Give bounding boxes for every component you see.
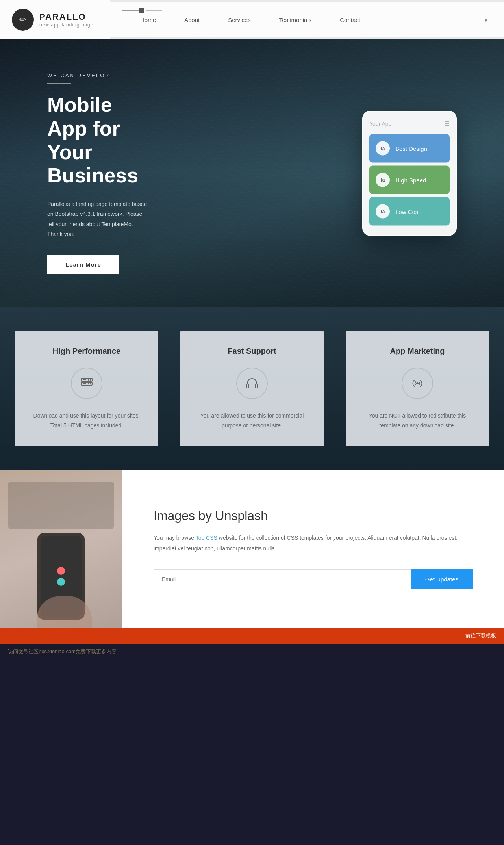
hero-section: WE CAN DEVELOP Mobile App for Your Busin… [0,39,504,307]
phone-menu-icon: ☰ [444,120,450,127]
svg-point-2 [90,379,91,381]
svg-point-10 [416,382,419,384]
phone-fa-icon-3: fa [376,204,390,219]
about-section: Images by Unsplash You may browse Too CS… [0,470,504,628]
about-link[interactable]: Too CSS [196,535,217,541]
phone-mockup: Your App ☰ fa Best Design fa High Speed … [362,111,457,236]
hero-content: WE CAN DEVELOP Mobile App for Your Busin… [0,41,181,306]
nav-home[interactable]: Home [126,17,170,23]
svg-point-4 [90,383,91,384]
logo-icon: ✏ [12,9,34,31]
watermark: 访问微号社区bbs.xienlao.com免费下载更多内容 [0,644,504,659]
nav-about[interactable]: About [170,17,214,23]
feature-desc-1: Download and use this layout for your si… [27,411,146,431]
nav-testimonials[interactable]: Testimonials [265,17,326,23]
logo-title: PARALLO [39,12,93,22]
feature-title-3: App Marketing [358,347,477,356]
logo-subtitle: new app landing page [39,22,93,28]
feature-app-marketing: App Marketing You are NOT allowed to red… [346,331,489,446]
server-icon [71,368,102,399]
hero-label: WE CAN DEVELOP [47,72,150,78]
phone-item-best-design: fa Best Design [369,134,450,163]
bottom-bar-label: 前往下载模板 [465,633,496,639]
header: ✏ PARALLO new app landing page Home Abou… [0,0,504,39]
main-nav: Home About Services Testimonials Contact… [110,2,504,37]
email-input[interactable] [154,569,411,589]
phone-item-low-cost: fa Low Cost [369,197,450,226]
bottom-bar[interactable]: 前往下载模板 [0,628,504,644]
phone-fa-icon-1: fa [376,141,390,156]
nav-contact[interactable]: Contact [326,17,374,23]
feature-title-2: Fast Support [192,347,312,356]
hero-title: Mobile App for Your Business [47,93,150,188]
about-title: Images by Unsplash [154,509,472,523]
svg-rect-9 [255,384,258,388]
svg-point-3 [88,379,89,381]
svg-point-5 [88,383,89,384]
satellite-icon [402,368,433,399]
feature-high-performance: High Performance Download and use this l… [15,331,158,446]
learn-more-button[interactable]: Learn More [47,255,119,274]
features-section: High Performance Download and use this l… [0,307,504,470]
email-subscribe-form: Get Updates [154,569,472,589]
phone-item-high-speed: fa High Speed [369,166,450,194]
watermark-text: 访问微号社区bbs.xienlao.com免费下载更多内容 [8,648,117,654]
phone-fa-icon-2: fa [376,173,390,187]
nav-services[interactable]: Services [214,17,265,23]
get-updates-button[interactable]: Get Updates [411,569,472,589]
feature-desc-2: You are allowed to use this for commerci… [192,411,312,431]
feature-desc-3: You are NOT allowed to redistribute this… [358,411,477,431]
svg-rect-8 [246,384,249,388]
hero-divider [47,83,71,84]
headphones-icon [236,368,268,399]
hero-description: Parallo is a landing page template based… [47,199,150,239]
nav-more-icon: ▸ [485,15,488,24]
about-image [0,470,122,628]
phone-app-title: Your App [369,120,391,126]
feature-fast-support: Fast Support You are allowed to use this… [180,331,324,446]
about-description: You may browse Too CSS website for the c… [154,533,472,553]
about-content: Images by Unsplash You may browse Too CS… [122,470,504,628]
feature-title-1: High Performance [27,347,146,356]
logo-section: ✏ PARALLO new app landing page [0,0,110,39]
